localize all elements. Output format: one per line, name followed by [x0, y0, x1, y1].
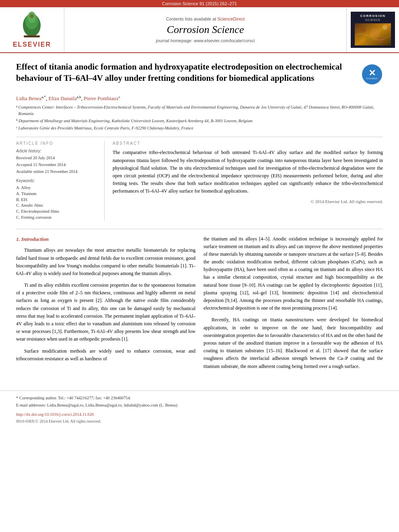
article-title-section: Effect of titania anodic formation and h… — [16, 61, 383, 89]
section-divider — [16, 137, 383, 137]
svg-point-4 — [30, 14, 34, 18]
crossmark-icon: ✕ CrossMark — [362, 64, 382, 84]
abstract-text: The comparative tribo-electrochemical be… — [113, 149, 383, 195]
abstract-col: ABSTRACT The comparative tribo-electroch… — [113, 141, 383, 220]
available-online-date: Available online 21 November 2014 — [16, 169, 98, 175]
svg-point-10 — [365, 36, 372, 43]
journal-cover-image: CORROSION SCIENCE — [351, 12, 395, 48]
affiliation-a: a Competences Center: Interfaces – Tribo… — [16, 104, 383, 117]
contents-available-line: Contents lists available at ScienceDirec… — [166, 16, 245, 21]
corresponding-author-note: * Corresponding author. Tel.: +40 744216… — [16, 395, 383, 401]
received-date: Received 20 July 2014 — [16, 155, 98, 161]
article-info-col: ARTICLE INFO Article history: Received 2… — [16, 141, 105, 220]
elsevier-logo-section: ELSEVIER — [0, 7, 64, 52]
keyword-1: A. Alloy — [16, 185, 98, 191]
doi-link[interactable]: http://dx.doi.org/10.1016/j.corsci.2014.… — [16, 412, 94, 417]
journal-citation-bar: Corrosion Science 91 (2015) 262–271 — [0, 0, 399, 7]
author-3: Pierre Ponthiauxc — [84, 95, 120, 101]
svg-point-7 — [360, 26, 366, 33]
affiliation-c: c Laboratoire Génie des Procédés Matéria… — [16, 125, 383, 131]
keywords-section: Keywords: A. Alloy A. Titanium B. EIS C.… — [16, 179, 98, 220]
journal-homepage: journal homepage: www.elsevier.com/locat… — [156, 38, 255, 43]
svg-point-11 — [378, 37, 384, 43]
author-1: Lidia Beneaa,*, — [16, 95, 48, 101]
abstract-heading: ABSTRACT — [113, 141, 383, 146]
cover-microscopy-icon — [355, 23, 391, 45]
body-para-2: Ti and its alloy exhibits excellent corr… — [16, 281, 195, 343]
accepted-date: Accepted 15 November 2014 — [16, 162, 98, 168]
cover-title: CORROSION SCIENCE — [360, 14, 386, 22]
elsevier-wordmark: ELSEVIER — [13, 41, 51, 48]
article-info-abstract-section: ARTICLE INFO Article history: Received 2… — [16, 141, 383, 220]
abstract-copyright: © 2014 Elsevier Ltd. All rights reserved… — [113, 199, 383, 204]
footer-copyright: 0010-938X/© 2014 Elsevier Ltd. All right… — [16, 419, 383, 423]
affiliation-b: b Department of Metallurgy and Materials… — [16, 118, 383, 124]
main-content: Effect of titania anodic formation and h… — [0, 53, 399, 382]
crossmark-badge[interactable]: ✕ CrossMark — [361, 63, 383, 85]
section-1-heading: 1. Introduction — [16, 235, 195, 244]
article-info-heading: ARTICLE INFO — [16, 141, 98, 146]
email-note: E-mail addresses: Lidia.Benea@ugal.ro, L… — [16, 402, 383, 409]
authors-line: Lidia Beneaa,*, Eliza Danailaa,b, Pierre… — [16, 95, 383, 102]
journal-title-section: Contents lists available at ScienceDirec… — [64, 7, 347, 52]
body-two-col: 1. Introduction Titanium alloys are nowa… — [16, 235, 383, 374]
author-2: Eliza Danailaa,b, — [48, 95, 84, 101]
keyword-5: C. Electrodeposited films — [16, 209, 98, 215]
body-para-right-1: the titanium and its alloys [4–5]. Anodi… — [204, 235, 383, 312]
svg-point-8 — [370, 29, 380, 38]
footer: * Corresponding author. Tel.: +40 744216… — [0, 390, 399, 428]
keyword-6: C. Fretting corrosion — [16, 215, 98, 221]
journal-citation-text: Corrosion Science 91 (2015) 262–271 — [162, 1, 237, 6]
journal-title: Corrosion Science — [167, 24, 244, 36]
sciencedirect-link[interactable]: ScienceDirect — [217, 16, 245, 21]
body-para-1: Titanium alloys are nowadays the most at… — [16, 246, 195, 277]
affiliations: a Competences Center: Interfaces – Tribo… — [16, 104, 383, 131]
body-content: 1. Introduction Titanium alloys are nowa… — [16, 229, 383, 374]
body-col-left: 1. Introduction Titanium alloys are nowa… — [16, 235, 195, 374]
keyword-3: B. EIS — [16, 197, 98, 203]
doi-section: http://dx.doi.org/10.1016/j.corsci.2014.… — [16, 411, 383, 417]
elsevier-tree-icon — [14, 11, 50, 39]
keywords-label: Keywords: — [16, 179, 98, 183]
keyword-4: C. Anodic films — [16, 203, 98, 209]
elsevier-logo: ELSEVIER — [13, 11, 51, 48]
body-para-3: Surface modification methods are widely … — [16, 347, 195, 363]
body-col-right: the titanium and its alloys [4–5]. Anodi… — [204, 235, 383, 374]
journal-cover-section: CORROSION SCIENCE — [347, 7, 399, 52]
journal-header: ELSEVIER Contents lists available at Sci… — [0, 7, 399, 53]
keyword-2: A. Titanium — [16, 191, 98, 197]
svg-point-9 — [383, 25, 387, 30]
article-title: Effect of titania anodic formation and h… — [16, 61, 355, 84]
body-para-right-2: Recently, HA coatings on titania nanostr… — [204, 316, 383, 370]
svg-rect-5 — [24, 35, 40, 37]
article-history-label: Article history: — [16, 149, 98, 153]
cover-photo — [355, 23, 391, 45]
